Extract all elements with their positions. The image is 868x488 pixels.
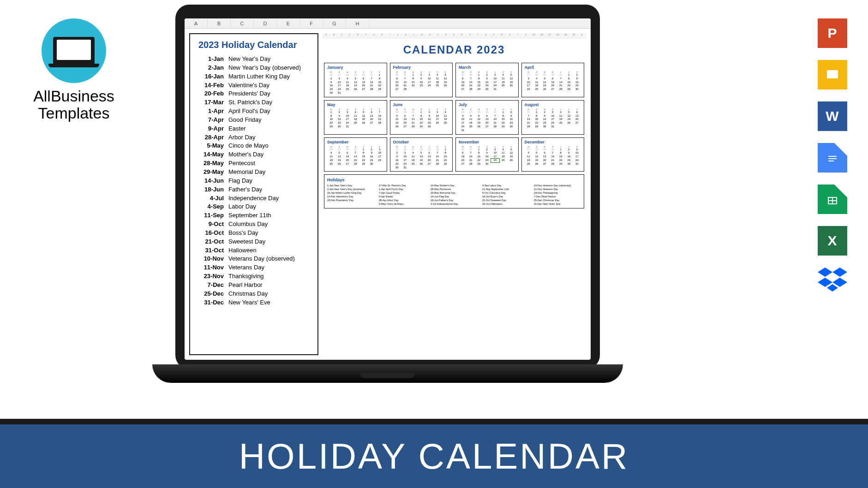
brand-logo: AllBusinessTemplates — [18, 18, 129, 122]
holiday-summary-item: 21-Oct Sweetest Day — [482, 199, 529, 202]
holiday-summary-item: 4-Sep Labor Day — [482, 184, 529, 187]
holiday-row: 1-AprApril Fool's Day — [198, 107, 309, 116]
excel-icon[interactable]: X — [818, 226, 847, 256]
holiday-summary-item: 28-Apr Arbor Day — [379, 199, 426, 202]
holiday-summary-item: 11-Nov Veterans Day — [534, 188, 581, 190]
month-name: March — [459, 65, 515, 70]
holiday-date: 29-May — [198, 168, 224, 177]
holiday-name: Veterans Day — [228, 263, 264, 272]
calendar-title: CALENDAR 2023 — [322, 43, 586, 56]
word-icon[interactable]: W — [818, 101, 847, 131]
holiday-row: 25-DecChristmas Day — [198, 290, 309, 298]
spreadsheet-screen: ABCDEFGH 2023 Holiday Calendar 1-JanNew … — [185, 18, 591, 360]
month-name: October — [393, 140, 450, 144]
holiday-row: 28-AprArbor Day — [198, 133, 309, 142]
holiday-summary-item: 14-Feb Valentine's Day — [327, 195, 374, 198]
holiday-row: 14-FebValentine's Day — [198, 81, 309, 90]
mini-column-headers: ABCDEFGHIJKLMNOPQRSTUVWXYZAAABACADAEAFA — [322, 33, 586, 39]
holiday-summary-item: 10-Nov Veterans Day (observed) — [534, 184, 581, 187]
holiday-name: Columbus Day — [228, 220, 268, 229]
holiday-name: St. Patrick's Day — [228, 98, 272, 107]
holiday-summary-item: 16-Jan Martin Luther King Day — [327, 191, 374, 194]
holiday-summary-item: 31-Oct Halloween — [482, 202, 529, 205]
column-header: C — [231, 18, 254, 28]
holiday-panel-title: 2023 Holiday Calendar — [198, 40, 309, 50]
holiday-date: 9-Apr — [198, 125, 224, 133]
month-box: Maymdwdvzz123456789101112131415161718192… — [324, 100, 387, 135]
holiday-name: Presidents' Day — [228, 89, 270, 98]
column-header: H — [346, 18, 369, 28]
month-name: July — [459, 102, 515, 107]
holiday-name: Arbor Day — [228, 133, 256, 142]
holiday-date: 31-Dec — [198, 298, 224, 307]
holiday-date: 11-Nov — [198, 263, 224, 272]
month-name: August — [525, 102, 581, 107]
column-header: A — [185, 18, 208, 28]
logo-text: AllBusinessTemplates — [18, 88, 129, 122]
holiday-name: Pearl Harbor — [228, 281, 263, 290]
holiday-summary-item — [327, 202, 374, 205]
holiday-summary-item: 31-Dec New Years' Eve — [534, 202, 581, 205]
holiday-summary-item: 7-Dec Pearl Harbor — [534, 195, 581, 198]
holiday-summary-item: 11-Sep September 11th — [482, 188, 529, 190]
holiday-date: 14-Feb — [198, 81, 224, 90]
holiday-name: Boss's Day — [228, 229, 258, 238]
holiday-date: 28-Apr — [198, 133, 224, 142]
holiday-name: September 11th — [228, 211, 271, 220]
column-header: E — [277, 18, 300, 28]
month-name: December — [525, 140, 581, 144]
holiday-summary-item: 28-May Pentecost — [431, 188, 478, 190]
google-sheets-icon[interactable] — [818, 184, 847, 214]
holiday-summary-item: 23-Nov Thanksgiving — [534, 191, 581, 194]
holiday-name: Pentecost — [228, 159, 255, 168]
holiday-row: 17-MarSt. Patrick's Day — [198, 98, 309, 107]
holiday-row: 31-OctHalloween — [198, 246, 309, 255]
holiday-name: Mother's Day — [228, 150, 263, 159]
file-type-icons: P W X — [815, 18, 850, 295]
holiday-name: Good Friday — [228, 116, 262, 125]
holiday-summary-item: 25-Dec Christmas Day — [534, 199, 581, 202]
month-name: January — [327, 65, 384, 70]
holiday-name: Father's Day — [228, 185, 262, 194]
holiday-date: 11-Sep — [198, 211, 224, 220]
column-header: G — [323, 18, 346, 28]
holiday-row: 4-JulIndependence Day — [198, 194, 309, 203]
holiday-name: New Year's Day (observed) — [228, 64, 301, 72]
svg-marker-10 — [832, 278, 847, 287]
holiday-date: 21-Oct — [198, 238, 224, 246]
svg-marker-11 — [827, 284, 838, 292]
google-docs-icon[interactable] — [818, 143, 847, 173]
holiday-date: 7-Apr — [198, 116, 224, 125]
holiday-summary-item: 1-Apr April Fool's Day — [379, 188, 426, 190]
powerpoint-icon[interactable]: P — [818, 18, 847, 48]
month-box: Augustmdwdvzz311234567891011121314151617… — [521, 100, 585, 135]
holiday-name: Easter — [228, 125, 246, 133]
holiday-date: 4-Jul — [198, 194, 224, 203]
month-box: Novembermdwdvzz3031123456789101112131415… — [455, 137, 519, 172]
holiday-name: Christmas Day — [228, 290, 268, 298]
holiday-name: Valentine's Day — [228, 81, 269, 90]
holiday-row: 16-OctBoss's Day — [198, 229, 309, 238]
holiday-date: 4-Sep — [198, 202, 224, 211]
holiday-summary-item: 16-Oct Boss's Day — [482, 195, 529, 198]
holiday-row: 29-MayMemorial Day — [198, 168, 309, 177]
month-box: Junemdwdvzz29303112345678910111213141516… — [390, 100, 453, 135]
holiday-row: 11-NovVeterans Day — [198, 263, 309, 272]
holiday-row: 23-NovThanksgiving — [198, 272, 309, 281]
holiday-name: Halloween — [228, 246, 257, 255]
column-header: F — [300, 18, 323, 28]
dropbox-icon[interactable] — [818, 268, 847, 295]
holiday-name: Flag Day — [228, 177, 252, 185]
month-name: April — [525, 65, 581, 70]
holiday-name: New Year's Day — [228, 55, 270, 64]
month-box: Februarymdwdvzz3031123456789101112131415… — [390, 63, 453, 97]
holiday-name: Thanksgiving — [228, 272, 264, 281]
holiday-summary-item: 5-May Cinco de Mayo — [379, 202, 426, 205]
holiday-summary-item: 20-Feb Presidents' Day — [327, 199, 374, 202]
holiday-summary-item: 1-Jan New Year's Day — [327, 184, 374, 187]
holiday-name: Martin Luther King Day — [228, 72, 290, 81]
holiday-name: Veterans Day (observed) — [228, 255, 295, 263]
holiday-date: 2-Jan — [198, 64, 224, 72]
google-slides-icon[interactable] — [818, 60, 847, 89]
holiday-name: Memorial Day — [228, 168, 265, 177]
